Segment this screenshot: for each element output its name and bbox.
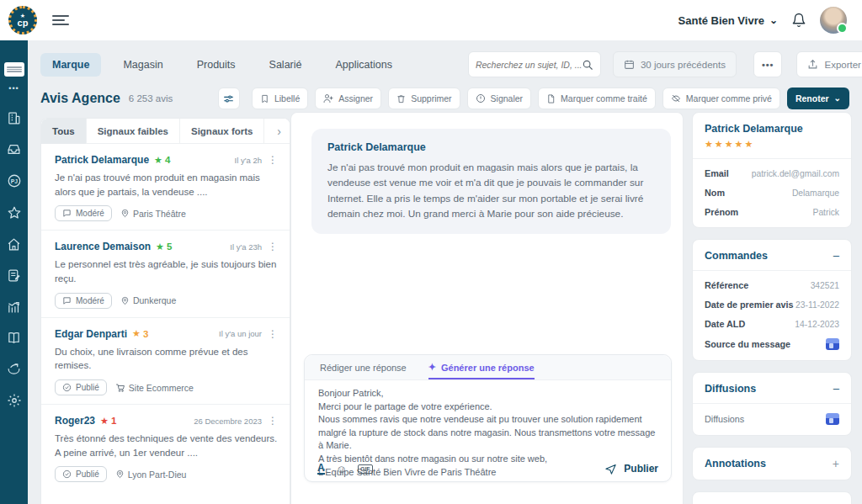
calendar-icon: [624, 59, 635, 70]
hamburger-menu-icon[interactable]: [52, 13, 69, 28]
gif-icon[interactable]: GIF: [358, 464, 373, 474]
expand-icon[interactable]: +: [833, 459, 839, 468]
rating-value: 4: [165, 155, 170, 165]
more-apps-icon[interactable]: •••: [8, 84, 19, 93]
location-label: Paris Théâtre: [133, 209, 186, 219]
tab-magasin[interactable]: Magasin: [111, 53, 174, 77]
reviewer-name[interactable]: Roger23: [55, 415, 95, 427]
right-panel: Patrick Delamarque ★★★★★ Email patrick.d…: [692, 112, 852, 504]
mark-treated-button[interactable]: Marquer comme traité: [538, 88, 656, 109]
collapse-icon[interactable]: –: [833, 385, 839, 393]
export-label: Exporter: [824, 60, 860, 70]
home-icon[interactable]: [7, 237, 21, 252]
delete-button[interactable]: Supprimer: [388, 88, 460, 109]
response-editor: Rédiger une réponse ✦ Générer une répons…: [304, 354, 672, 482]
diffusions-card: Diffusions – Diffusions: [692, 372, 852, 436]
library-icon[interactable]: [7, 331, 21, 345]
reviewer-name[interactable]: Patrick Delamarque: [55, 154, 149, 166]
kebab-menu-icon[interactable]: ⋮: [268, 328, 278, 340]
store-diffusion-icon[interactable]: [826, 413, 839, 425]
collapse-icon[interactable]: –: [833, 252, 839, 260]
field-label: Email: [705, 168, 729, 178]
publish-label: Publier: [624, 463, 658, 475]
reviews-badge-icon[interactable]: PJ: [7, 173, 22, 188]
review-excerpt: Très étonné des techniques de vente des …: [55, 432, 278, 459]
tab-salarie[interactable]: Salarié: [258, 53, 314, 77]
brand-chip[interactable]: [4, 62, 24, 77]
list-tab-tous[interactable]: Tous: [41, 119, 87, 144]
top-bar: ★ cp Santé Bien Vivre ⌄: [0, 0, 862, 40]
review-item[interactable]: Patrick Delamarque ★ 4 Il y'a 2h ⋮ Je n'…: [41, 144, 290, 231]
reviewer-card: Patrick Delamarque ★★★★★ Email patrick.d…: [692, 112, 852, 228]
store-source-icon[interactable]: [826, 338, 839, 350]
survey-icon[interactable]: [7, 268, 21, 283]
review-item[interactable]: Roger23 ★ 1 26 Decembre 2023 ⋮ Très éton…: [41, 405, 290, 491]
reviewer-card-name: Patrick Delamarque: [705, 123, 839, 135]
field-value: 342521: [811, 281, 839, 290]
status-label: Publié: [76, 383, 99, 392]
more-actions-button[interactable]: •••: [753, 51, 783, 77]
reviewer-name[interactable]: Edgar Denparti: [55, 328, 127, 340]
chat-icon: [62, 296, 72, 305]
bell-icon[interactable]: [791, 13, 806, 28]
list-tab-signaux-faibles[interactable]: Signaux faibles: [87, 119, 180, 144]
list-tabs-next-icon[interactable]: ›: [269, 125, 290, 138]
tab-write-response[interactable]: Rédiger une réponse: [320, 363, 407, 379]
publish-button[interactable]: Publier: [604, 463, 658, 475]
tab-applications[interactable]: Applications: [323, 53, 403, 77]
tab-produits[interactable]: Produits: [185, 53, 247, 77]
review-detail-panel: Patrick Delamarque Je n'ai pas trouvé mo…: [290, 112, 684, 504]
gear-icon[interactable]: [7, 393, 22, 408]
commandes-card: Commandes – Référence 342521 Date de pre…: [692, 239, 852, 361]
tab-generate-response[interactable]: ✦ Générer une réponse: [428, 362, 535, 379]
kebab-menu-icon[interactable]: ⋮: [268, 154, 278, 166]
search-icon[interactable]: [582, 59, 593, 71]
review-item[interactable]: Edgar Denparti ★ 3 Il y'a un jour ⋮ Du c…: [41, 318, 290, 405]
search-input[interactable]: [476, 60, 582, 70]
mark-private-button[interactable]: Marquer comme privé: [662, 88, 780, 109]
label-button[interactable]: Libellé: [252, 88, 308, 109]
list-tab-signaux-forts[interactable]: Signaux forts: [180, 119, 264, 144]
chevron-down-icon: ⌄: [834, 96, 841, 101]
historique-card: Historique +: [692, 491, 852, 504]
status-badge: Modéré: [55, 293, 112, 309]
status-label: Modéré: [76, 209, 104, 218]
share-icon[interactable]: [7, 362, 21, 376]
review-full-text: Je n'ai pas trouvé mon produit en magasi…: [327, 160, 655, 221]
field-label: Date ALD: [705, 319, 745, 329]
account-switcher[interactable]: Santé Bien Vivre ⌄: [678, 14, 778, 27]
star-icon[interactable]: [7, 205, 22, 220]
field-value: 23-11-2022: [795, 300, 839, 310]
export-button[interactable]: Exporter: [796, 51, 862, 77]
reviewer-name[interactable]: Laurence Demaison: [55, 241, 151, 252]
section-title: Commandes: [705, 250, 768, 262]
company-icon[interactable]: [7, 111, 21, 125]
inbox-icon[interactable]: [7, 142, 21, 157]
date-range-button[interactable]: 30 jours précédents: [613, 51, 737, 77]
kebab-menu-icon[interactable]: ⋮: [268, 415, 278, 427]
field-value: Patrick: [813, 208, 839, 217]
sliders-icon: [223, 93, 234, 104]
logo-text: cp: [18, 19, 29, 28]
tab-marque[interactable]: Marque: [40, 53, 101, 77]
assign-user-icon: [323, 93, 333, 103]
eye-off-icon: [671, 93, 681, 103]
emoji-icon[interactable]: ☺: [336, 463, 347, 475]
report-button[interactable]: Signaler: [467, 88, 532, 109]
star-icon: ★: [132, 328, 141, 339]
controls-row: Marque Magasin Produits Salarié Applicat…: [40, 51, 849, 77]
review-item[interactable]: Laurence Demaison ★ 5 Il y'a 23h ⋮ Le pe…: [41, 231, 290, 317]
status-label: Modéré: [76, 296, 104, 305]
assign-button[interactable]: Assigner: [315, 88, 381, 109]
stats-icon[interactable]: [7, 300, 21, 314]
rating-value: 3: [143, 329, 148, 339]
renoter-button[interactable]: Renoter ⌄: [787, 88, 849, 109]
list-filter-button[interactable]: [218, 88, 240, 109]
user-avatar[interactable]: [820, 7, 847, 34]
text-format-icon[interactable]: A: [317, 463, 325, 475]
annotations-card: Annotations +: [692, 447, 852, 480]
app-logo[interactable]: ★ cp: [8, 6, 37, 34]
kebab-menu-icon[interactable]: ⋮: [268, 241, 278, 252]
review-location: Site Ecommerce: [115, 383, 194, 393]
review-author-name: Patrick Delamarque: [327, 141, 655, 153]
